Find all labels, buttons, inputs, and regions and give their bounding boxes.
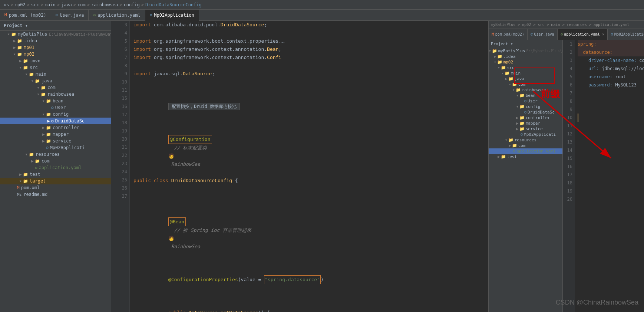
right-tree-bean[interactable]: ▾ 📁 bean bbox=[489, 93, 562, 98]
right-tree-druid[interactable]: © DruidDataSc bbox=[489, 109, 562, 115]
sidebar-item-druid[interactable]: ▶ © DruidDataSc bbox=[0, 118, 111, 124]
folder-icon: 📁 bbox=[41, 85, 46, 90]
folder-icon: 📁 bbox=[46, 125, 51, 130]
line-num: 17 bbox=[111, 111, 127, 119]
sidebar-item-idea[interactable]: ▶ 📁 .idea bbox=[0, 37, 111, 44]
sidebar-item-service[interactable]: ▶ 📁 service bbox=[0, 138, 111, 144]
sidebar-item-user[interactable]: © User bbox=[0, 104, 111, 111]
path-label: E:\Java\MyBatis-Plus\myBati bbox=[49, 32, 111, 37]
sidebar-item-label: rainbowsea bbox=[47, 92, 74, 97]
yaml-line: password: MySQL123 bbox=[578, 81, 644, 89]
sidebar-item-mp01[interactable]: ▶ 📁 mp01 bbox=[0, 44, 111, 51]
right-tree-config[interactable]: ▾ 📁 config bbox=[489, 104, 562, 109]
sidebar-item-test[interactable]: ▶ 📁 test bbox=[0, 171, 111, 178]
sidebar-item-bean[interactable]: ▾ 📁 bean bbox=[0, 98, 111, 104]
yaml-icon: ⚙ bbox=[93, 13, 96, 17]
arrow-icon: ▶ bbox=[516, 121, 519, 126]
xml-icon: M bbox=[17, 185, 20, 190]
right-tree-src[interactable]: ▾ 📁 src bbox=[489, 65, 562, 70]
sidebar-item-label: main bbox=[36, 72, 46, 77]
sidebar-item-label: bean bbox=[53, 98, 63, 104]
expand-arrow: ▾ bbox=[36, 92, 41, 97]
sidebar-item-java[interactable]: ▾ 📁 java bbox=[0, 78, 111, 84]
right-tree-service[interactable]: ▶ 📁 service bbox=[489, 126, 562, 132]
right-tree-user[interactable]: © User bbox=[489, 98, 562, 104]
sidebar-item-label: com bbox=[42, 158, 50, 164]
line-num: 26 bbox=[111, 184, 127, 192]
yaml-line: url: jdbc:mysql://localhost:3306/mybatis… bbox=[578, 65, 644, 73]
sidebar-item-src[interactable]: ▾ 📁 src bbox=[0, 64, 111, 71]
sidebar-item-mvn[interactable]: ▶ 📁 .mvn bbox=[0, 58, 111, 64]
path-hint: E:\Mybatis-Plus\m bbox=[526, 49, 563, 53]
folder-icon: 📁 bbox=[46, 112, 51, 117]
sidebar-item-resources[interactable]: ▾ 📁 resources bbox=[0, 151, 111, 158]
right-tree-mybatisplus[interactable]: ▾ 📁 myBatisPlus E:\Mybatis-Plus\m bbox=[489, 48, 562, 54]
right-tab-yaml[interactable]: ⚙ application.yaml ✕ bbox=[558, 29, 608, 40]
right-tree-com[interactable]: ▾ 📁 com bbox=[489, 82, 562, 87]
right-tree-appyaml[interactable]: ⚙ application.yaml bbox=[489, 148, 562, 154]
tab-pom[interactable]: M pom.xml (mp02) bbox=[0, 10, 51, 21]
code-line-15: @Configuration // 标志配置类 🧑 RainbowSea bbox=[133, 127, 488, 177]
breadcrumb-item: java bbox=[61, 2, 72, 7]
sidebar-item-mp02[interactable]: ▾ 📁 mp02 bbox=[0, 51, 111, 58]
sidebar-item-readme[interactable]: M↓ readme.md bbox=[0, 191, 111, 198]
sidebar-item-target[interactable]: ▾ 📁 target bbox=[0, 178, 111, 184]
right-tree-java[interactable]: ▶ 📁 java bbox=[489, 76, 562, 82]
expand-arrow: ▾ bbox=[12, 52, 17, 57]
string-box: "spring.datasource" bbox=[264, 275, 321, 284]
expand-arrow: ▶ bbox=[46, 118, 51, 124]
folder-icon: 📁 bbox=[508, 76, 513, 81]
right-tree-mp02app-class[interactable]: © Mp02Applicati bbox=[489, 132, 562, 137]
class-icon: © bbox=[46, 145, 49, 150]
tree-label: com bbox=[518, 82, 526, 87]
tab-appyaml[interactable]: ⚙ application.yaml bbox=[89, 10, 145, 21]
code-editor[interactable]: import com.alibaba.druid.pool.DruidDataS… bbox=[130, 21, 488, 312]
sidebar-item-mapper[interactable]: ▶ 📁 mapper bbox=[0, 131, 111, 138]
breadcrumb-sep: > bbox=[73, 2, 76, 7]
sidebar-item-res-com[interactable]: ▶ 📁 com bbox=[0, 158, 111, 164]
right-tree-mapper[interactable]: ▶ 📁 mapper bbox=[489, 121, 562, 126]
right-tree-mp02[interactable]: ▾ 📁 mp02 bbox=[489, 59, 562, 65]
sidebar-item-label: test bbox=[30, 172, 40, 177]
tab-druid[interactable]: ⚙ Mp02Application bbox=[145, 10, 199, 21]
tree-label: bean bbox=[526, 93, 536, 98]
sidebar-item-mp02app[interactable]: © Mp02Applicati bbox=[0, 144, 111, 151]
line-num: 23 bbox=[111, 160, 127, 168]
right-tree-rainbowsea[interactable]: ▾ 📁 rainbowsea bbox=[489, 87, 562, 93]
arrow-icon: ▾ bbox=[505, 138, 508, 142]
right-tree-res-com[interactable]: ▶ 📁 com bbox=[489, 143, 562, 148]
close-tab-icon[interactable]: ✕ bbox=[602, 32, 605, 37]
sidebar-item-pom[interactable]: M pom.xml bbox=[0, 184, 111, 191]
sidebar-item-appyaml[interactable]: ⚙ application.yaml bbox=[0, 164, 111, 171]
code-line: import org.springframework.context.annot… bbox=[133, 53, 488, 62]
right-tree-idea[interactable]: ▶ 📁 .idea bbox=[489, 54, 562, 59]
sidebar-item-main[interactable]: ▾ 📁 main bbox=[0, 71, 111, 78]
right-tree-main[interactable]: ▾ 📁 main bbox=[489, 70, 562, 76]
right-tab-user[interactable]: © User.java bbox=[528, 29, 558, 40]
sidebar-item-label: .mvn bbox=[30, 58, 40, 63]
annotation-box: @Configuration bbox=[168, 135, 212, 144]
sidebar-item-controller[interactable]: ▶ 📁 controller bbox=[0, 124, 111, 131]
right-tab-pom[interactable]: M pom.xml(mp02) bbox=[489, 29, 528, 40]
sidebar-item-mybatisplus[interactable]: ▾ 📁 myBatisPlus E:\Java\MyBatis-Plus\myB… bbox=[0, 31, 111, 37]
sidebar-item-label: mp01 bbox=[24, 45, 34, 50]
right-tree-test[interactable]: ▶ 📁 test bbox=[489, 154, 562, 160]
right-tree-controller[interactable]: ▶ 📁 controller bbox=[489, 115, 562, 121]
editor-area: 3 4 5 6 7 8 9 10 11 15 16 17 1 bbox=[111, 21, 488, 312]
main-area: Project ▾ ▾ 📁 myBatisPlus E:\Java\MyBati… bbox=[0, 21, 644, 312]
line-num: 22 bbox=[111, 151, 127, 160]
folder-icon: 📁 bbox=[46, 139, 51, 144]
tab-user[interactable]: © User.java bbox=[51, 10, 89, 21]
line-num: 3 bbox=[111, 21, 127, 29]
sidebar-item-com[interactable]: ▾ 📁 com bbox=[0, 84, 111, 91]
arrow-icon: ▶ bbox=[516, 127, 519, 131]
right-tab-mp02app[interactable]: ⚙ Mp02Application.java bbox=[608, 29, 644, 40]
right-tree-resources[interactable]: ▾ 📁 resources bbox=[489, 137, 562, 143]
code-line-21: public DataSource getDataSource() { bbox=[133, 292, 488, 312]
arrow-icon: ▶ bbox=[494, 54, 496, 59]
right-tab-label: pom.xml(mp02) bbox=[495, 32, 524, 36]
yaml-code-content[interactable]: spring: datasource: driver-class-name: c… bbox=[575, 40, 644, 312]
yaml-line bbox=[578, 146, 644, 154]
sidebar-item-rainbowsea[interactable]: ▾ 📁 rainbowsea bbox=[0, 91, 111, 98]
sidebar-item-config[interactable]: ▾ 📁 config bbox=[0, 111, 111, 118]
